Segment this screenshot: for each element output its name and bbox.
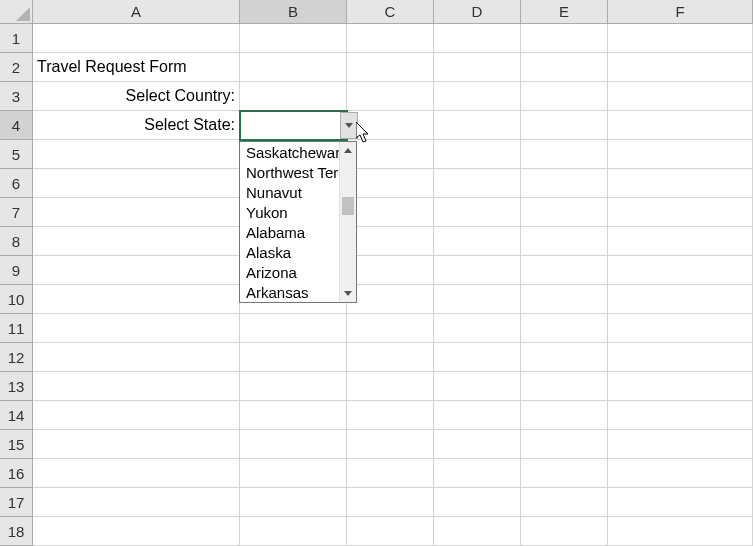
cell-e16[interactable]: [521, 459, 608, 488]
row-header-11[interactable]: 11: [0, 314, 33, 343]
cell-f15[interactable]: [608, 430, 753, 459]
cell-f18[interactable]: [608, 517, 753, 546]
cell-c11[interactable]: [347, 314, 434, 343]
cell-a18[interactable]: [33, 517, 240, 546]
cell-b1[interactable]: [240, 24, 347, 53]
dropdown-item[interactable]: Saskatchewan: [240, 142, 339, 162]
column-header-c[interactable]: C: [347, 0, 434, 24]
cell-e9[interactable]: [521, 256, 608, 285]
cell-d8[interactable]: [434, 227, 521, 256]
scroll-thumb[interactable]: [342, 197, 354, 215]
cell-c15[interactable]: [347, 430, 434, 459]
cell-a5[interactable]: [33, 140, 240, 169]
column-header-a[interactable]: A: [33, 0, 240, 24]
cell-c18[interactable]: [347, 517, 434, 546]
cell-c1[interactable]: [347, 24, 434, 53]
cell-a4[interactable]: Select State:: [33, 111, 240, 140]
cell-c16[interactable]: [347, 459, 434, 488]
row-header-10[interactable]: 10: [0, 285, 33, 314]
row-header-3[interactable]: 3: [0, 82, 33, 111]
cell-f11[interactable]: [608, 314, 753, 343]
row-header-12[interactable]: 12: [0, 343, 33, 372]
cell-e10[interactable]: [521, 285, 608, 314]
cell-f4[interactable]: [608, 111, 753, 140]
cell-e14[interactable]: [521, 401, 608, 430]
cell-c8[interactable]: [347, 227, 434, 256]
cell-e6[interactable]: [521, 169, 608, 198]
cell-e17[interactable]: [521, 488, 608, 517]
cell-b17[interactable]: [240, 488, 347, 517]
cell-d2[interactable]: [434, 53, 521, 82]
dropdown-item[interactable]: Arkansas: [240, 282, 339, 302]
cell-c2[interactable]: [347, 53, 434, 82]
cell-f17[interactable]: [608, 488, 753, 517]
cell-a1[interactable]: [33, 24, 240, 53]
cell-e7[interactable]: [521, 198, 608, 227]
cell-d7[interactable]: [434, 198, 521, 227]
cell-e4[interactable]: [521, 111, 608, 140]
cell-f8[interactable]: [608, 227, 753, 256]
cell-d1[interactable]: [434, 24, 521, 53]
cell-a9[interactable]: [33, 256, 240, 285]
scroll-track[interactable]: [340, 159, 356, 285]
column-header-b[interactable]: B: [240, 0, 347, 24]
cell-b18[interactable]: [240, 517, 347, 546]
cell-f1[interactable]: [608, 24, 753, 53]
cell-d5[interactable]: [434, 140, 521, 169]
cell-b2[interactable]: [240, 53, 347, 82]
row-header-2[interactable]: 2: [0, 53, 33, 82]
cell-b15[interactable]: [240, 430, 347, 459]
data-validation-dropdown-button[interactable]: [340, 112, 358, 139]
cell-d13[interactable]: [434, 372, 521, 401]
cell-c9[interactable]: [347, 256, 434, 285]
cell-c17[interactable]: [347, 488, 434, 517]
column-header-f[interactable]: F: [608, 0, 753, 24]
row-header-5[interactable]: 5: [0, 140, 33, 169]
cell-c10[interactable]: [347, 285, 434, 314]
cell-c3[interactable]: [347, 82, 434, 111]
row-header-6[interactable]: 6: [0, 169, 33, 198]
cell-a8[interactable]: [33, 227, 240, 256]
cell-a3[interactable]: Select Country:: [33, 82, 240, 111]
cell-c14[interactable]: [347, 401, 434, 430]
cell-d4[interactable]: [434, 111, 521, 140]
cell-b12[interactable]: [240, 343, 347, 372]
row-header-4[interactable]: 4: [0, 111, 33, 140]
cell-b13[interactable]: [240, 372, 347, 401]
cell-e8[interactable]: [521, 227, 608, 256]
cell-b3[interactable]: [240, 82, 347, 111]
row-header-9[interactable]: 9: [0, 256, 33, 285]
row-header-17[interactable]: 17: [0, 488, 33, 517]
cell-a16[interactable]: [33, 459, 240, 488]
cell-a7[interactable]: [33, 198, 240, 227]
cell-f12[interactable]: [608, 343, 753, 372]
cell-b16[interactable]: [240, 459, 347, 488]
cell-a11[interactable]: [33, 314, 240, 343]
cell-f6[interactable]: [608, 169, 753, 198]
cell-b4[interactable]: [240, 111, 347, 140]
cell-f3[interactable]: [608, 82, 753, 111]
cell-c7[interactable]: [347, 198, 434, 227]
dropdown-scrollbar[interactable]: [339, 142, 356, 302]
cell-e5[interactable]: [521, 140, 608, 169]
row-header-1[interactable]: 1: [0, 24, 33, 53]
cell-c12[interactable]: [347, 343, 434, 372]
cell-e13[interactable]: [521, 372, 608, 401]
cell-d3[interactable]: [434, 82, 521, 111]
cell-a6[interactable]: [33, 169, 240, 198]
cell-a12[interactable]: [33, 343, 240, 372]
select-all-corner[interactable]: [0, 0, 33, 24]
cell-e12[interactable]: [521, 343, 608, 372]
row-header-18[interactable]: 18: [0, 517, 33, 546]
cell-d15[interactable]: [434, 430, 521, 459]
cell-c13[interactable]: [347, 372, 434, 401]
data-validation-dropdown-list[interactable]: SaskatchewanNorthwest TerritoriesNunavut…: [239, 141, 357, 303]
row-header-13[interactable]: 13: [0, 372, 33, 401]
cell-b14[interactable]: [240, 401, 347, 430]
cell-f14[interactable]: [608, 401, 753, 430]
row-header-14[interactable]: 14: [0, 401, 33, 430]
cell-b11[interactable]: [240, 314, 347, 343]
column-header-e[interactable]: E: [521, 0, 608, 24]
cell-a14[interactable]: [33, 401, 240, 430]
cell-f7[interactable]: [608, 198, 753, 227]
